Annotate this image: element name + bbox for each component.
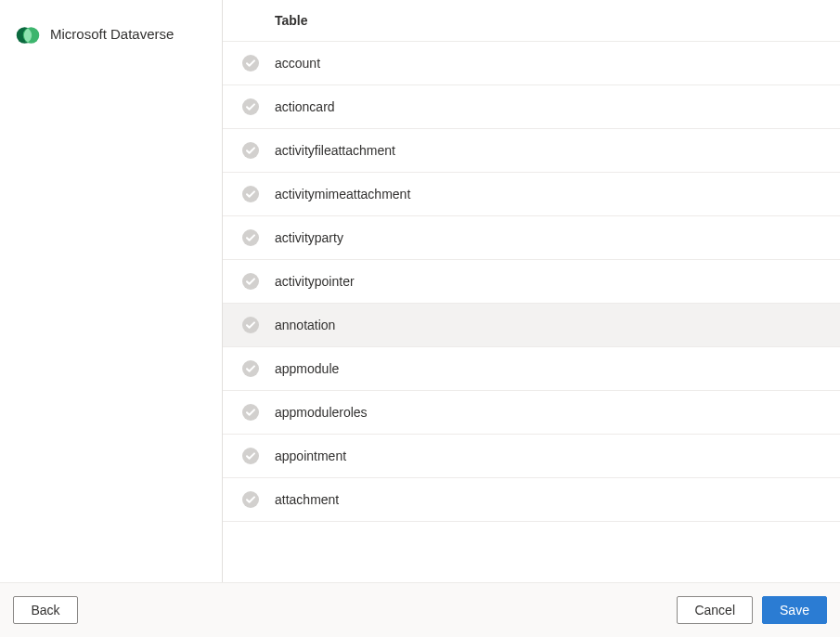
table-row-label: attachment (275, 492, 339, 507)
table-row[interactable]: activitymimeattachment (223, 173, 840, 216)
check-circle-icon (241, 141, 260, 160)
table-row[interactable]: actioncard (223, 85, 840, 129)
sidebar-title: Microsoft Dataverse (50, 22, 174, 42)
table-row[interactable]: appmoduleroles (223, 391, 840, 435)
check-circle-icon (241, 185, 260, 203)
back-button[interactable]: Back (13, 596, 78, 624)
check-circle-icon (241, 490, 260, 509)
check-circle-icon (241, 403, 260, 422)
table-container: Table account actioncard activityfileatt… (223, 0, 840, 522)
table-row-label: appointment (275, 448, 346, 463)
table-row-label: activitymimeattachment (275, 187, 410, 202)
table-row-label: appmodule (275, 361, 339, 376)
dataverse-icon (15, 22, 41, 48)
table-row-label: actioncard (275, 99, 335, 114)
table-row-label: annotation (275, 318, 335, 332)
table-row[interactable]: appmodule (223, 347, 840, 391)
save-button[interactable]: Save (762, 596, 827, 624)
check-circle-icon (241, 54, 260, 72)
table-header[interactable]: Table (223, 0, 840, 42)
table-row[interactable]: appointment (223, 435, 840, 478)
table-row-label: account (275, 56, 320, 71)
check-circle-icon (241, 359, 260, 378)
check-circle-icon (241, 316, 260, 334)
table-row-label: activityparty (275, 230, 343, 245)
table-row[interactable]: activitypointer (223, 260, 840, 304)
table-row-label: activityfileattachment (275, 143, 395, 158)
check-circle-icon (241, 98, 260, 116)
cancel-button[interactable]: Cancel (677, 596, 753, 624)
table-row[interactable]: activityparty (223, 216, 840, 260)
main-area: Microsoft Dataverse Table account action… (0, 0, 840, 582)
dialog-footer: Back Cancel Save (0, 582, 840, 637)
table-row[interactable]: attachment (223, 478, 840, 522)
sidebar: Microsoft Dataverse (0, 0, 223, 582)
table-row[interactable]: annotation (223, 304, 840, 347)
table-row[interactable]: account (223, 42, 840, 85)
check-circle-icon (241, 447, 260, 465)
check-circle-icon (241, 228, 260, 247)
table-row-label: appmoduleroles (275, 405, 368, 420)
table-row[interactable]: activityfileattachment (223, 129, 840, 173)
table-scroll-area[interactable]: Table account actioncard activityfileatt… (223, 0, 840, 582)
table-row-label: activitypointer (275, 274, 355, 289)
check-circle-icon (241, 272, 260, 291)
